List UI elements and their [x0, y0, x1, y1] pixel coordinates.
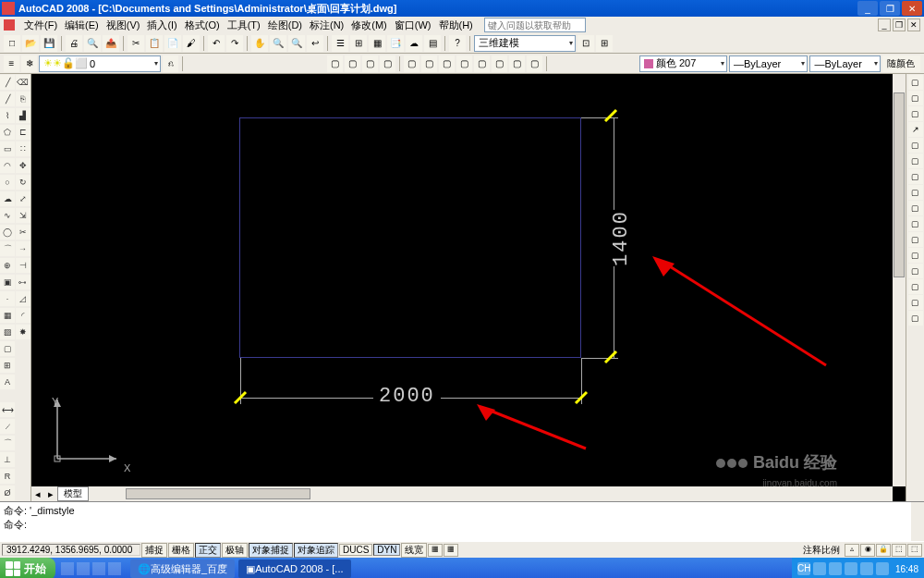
polar-toggle[interactable]: 极轴: [222, 543, 248, 558]
lwt-toggle[interactable]: 线宽: [401, 543, 427, 558]
r-tool-9[interactable]: ▢: [908, 201, 923, 215]
break-tool-icon[interactable]: ⊣: [16, 258, 30, 273]
start-button[interactable]: 开始: [0, 558, 55, 578]
menu-tools[interactable]: 工具(T): [224, 18, 264, 32]
menu-draw[interactable]: 绘图(D): [264, 18, 306, 32]
copy-icon[interactable]: 📋: [146, 35, 163, 52]
r-tool-1[interactable]: ▢: [908, 75, 923, 90]
matchprop-icon[interactable]: 🖌: [183, 35, 200, 52]
lock-icon[interactable]: 🔒: [876, 544, 891, 557]
r-tool-3[interactable]: ▢: [908, 106, 923, 121]
r-tool-13[interactable]: ▢: [908, 264, 923, 278]
mtext-tool-icon[interactable]: A: [0, 375, 15, 389]
menu-edit[interactable]: 编辑(E): [61, 18, 103, 32]
r-tool-16[interactable]: ▢: [908, 311, 923, 326]
ucs-btn-7[interactable]: ▢: [509, 55, 525, 72]
minimize-button[interactable]: _: [857, 1, 878, 16]
r-tool-12[interactable]: ▢: [908, 248, 923, 263]
join-tool-icon[interactable]: ⧟: [16, 275, 30, 289]
ortho-toggle[interactable]: 正交: [195, 543, 221, 558]
quicklaunch-icon[interactable]: [77, 562, 90, 575]
dim-diameter-icon[interactable]: Ø: [0, 486, 15, 500]
anno-scale-icon[interactable]: ▵: [845, 544, 859, 557]
ellipsearc-tool-icon[interactable]: ⌒: [0, 241, 15, 256]
tray-icon[interactable]: [860, 562, 873, 575]
r-tool-2[interactable]: ▢: [908, 91, 923, 105]
layer-dropdown[interactable]: ☀☀🔓⬜ 0: [39, 55, 161, 72]
tray-icon[interactable]: [876, 562, 889, 575]
rotate-tool-icon[interactable]: ↻: [16, 175, 30, 190]
r-tool-4[interactable]: ↗: [908, 122, 923, 137]
designcenter-icon[interactable]: ⊞: [350, 35, 367, 52]
move-tool-icon[interactable]: ✥: [16, 158, 30, 173]
tray-icon[interactable]: [829, 562, 842, 575]
toolpalettes-icon[interactable]: ▦: [369, 35, 385, 52]
close-button[interactable]: ✕: [902, 1, 922, 16]
properties-icon[interactable]: ☰: [332, 35, 348, 52]
bylayer-apply-button[interactable]: 随颜色: [882, 55, 920, 72]
open-icon[interactable]: 📂: [22, 35, 39, 52]
dim-arc-icon[interactable]: ⌒: [0, 436, 15, 450]
clock[interactable]: 16:48: [895, 564, 918, 574]
polyline-tool-icon[interactable]: ⌇: [0, 108, 15, 123]
r-tool-11[interactable]: ▢: [908, 232, 923, 247]
lineweight-dropdown[interactable]: — ByLayer: [809, 55, 880, 72]
redo-icon[interactable]: ↷: [226, 35, 243, 52]
ellipse-tool-icon[interactable]: ◯: [0, 225, 15, 240]
drawing-canvas[interactable]: 2000 1400 X Y Baidu 经验 jingyan.baidu.com: [31, 74, 893, 486]
rectangle-tool-icon[interactable]: ▭: [0, 141, 15, 156]
r-tool-10[interactable]: ▢: [908, 216, 923, 231]
preview-icon[interactable]: 🔍: [84, 35, 101, 52]
task-button-browser[interactable]: 🌐 高级编辑器_百度: [130, 560, 235, 578]
spline-tool-icon[interactable]: ∿: [0, 208, 15, 223]
offset-tool-icon[interactable]: ⊏: [16, 125, 30, 140]
tray-icon-1[interactable]: ⬚: [892, 544, 906, 557]
new-icon[interactable]: □: [4, 35, 20, 52]
ucs-btn-5[interactable]: ▢: [474, 55, 490, 72]
point-tool-icon[interactable]: ·: [0, 291, 15, 306]
dim-ordinate-icon[interactable]: ⊥: [0, 452, 15, 467]
model-tab[interactable]: 模型: [57, 486, 89, 501]
command-window[interactable]: 命令: '_dimstyle 命令:: [0, 501, 924, 541]
vstyle-btn-2[interactable]: ⊞: [596, 35, 613, 52]
ucs-btn-4[interactable]: ▢: [456, 55, 472, 72]
mirror-tool-icon[interactable]: ▟: [16, 108, 30, 123]
coordinates-display[interactable]: 3912.4249, 1356.9695, 0.0000: [2, 544, 140, 556]
linetype-dropdown[interactable]: — ByLayer: [729, 55, 808, 72]
vp-btn-1[interactable]: ▢: [327, 55, 343, 72]
otrack-toggle[interactable]: 对象追踪: [294, 543, 338, 558]
layer-manager-icon[interactable]: ≡: [4, 55, 19, 72]
quickcalc-icon[interactable]: ▤: [424, 35, 441, 52]
stretch-tool-icon[interactable]: ⇲: [16, 208, 30, 223]
region-tool-icon[interactable]: ▢: [0, 341, 15, 356]
horizontal-scrollbar[interactable]: ◂ ▸ 模型: [31, 486, 893, 501]
r-tool-8[interactable]: ▢: [908, 185, 923, 200]
command-scrollbar[interactable]: [911, 502, 924, 541]
pan-icon[interactable]: ✋: [251, 35, 268, 52]
menu-help[interactable]: 帮助(H): [435, 18, 477, 32]
tray-lang-icon[interactable]: CH: [797, 562, 810, 575]
layer-freeze-icon[interactable]: ❄: [21, 55, 37, 72]
ucs-btn-1[interactable]: ▢: [404, 55, 419, 72]
help-icon[interactable]: ?: [449, 35, 466, 52]
cut-icon[interactable]: ✂: [128, 35, 144, 52]
paste-icon[interactable]: 📄: [164, 35, 181, 52]
r-tool-5[interactable]: ▢: [908, 138, 923, 153]
undo-icon[interactable]: ↶: [208, 35, 225, 52]
r-tool-7[interactable]: ▢: [908, 169, 923, 184]
r-tool-6[interactable]: ▢: [908, 154, 923, 168]
menu-insert[interactable]: 插入(I): [143, 18, 180, 32]
vp-btn-3[interactable]: ▢: [362, 55, 378, 72]
ducs-toggle[interactable]: DUCS: [339, 544, 372, 556]
circle-tool-icon[interactable]: ○: [0, 175, 15, 190]
tray-icon-2[interactable]: ⬚: [907, 544, 922, 557]
save-icon[interactable]: 💾: [41, 35, 57, 52]
dyn-toggle[interactable]: DYN: [373, 544, 400, 556]
quicklaunch-icon[interactable]: [108, 562, 121, 575]
task-button-autocad[interactable]: ▣ AutoCAD 2008 - [...: [238, 560, 350, 578]
markup-icon[interactable]: ☁: [406, 35, 422, 52]
vertical-scrollbar[interactable]: [893, 74, 906, 486]
color-dropdown[interactable]: 颜色 207: [639, 55, 727, 72]
xline-tool-icon[interactable]: ╱: [0, 92, 15, 106]
dim-radius-icon[interactable]: R: [0, 469, 15, 484]
